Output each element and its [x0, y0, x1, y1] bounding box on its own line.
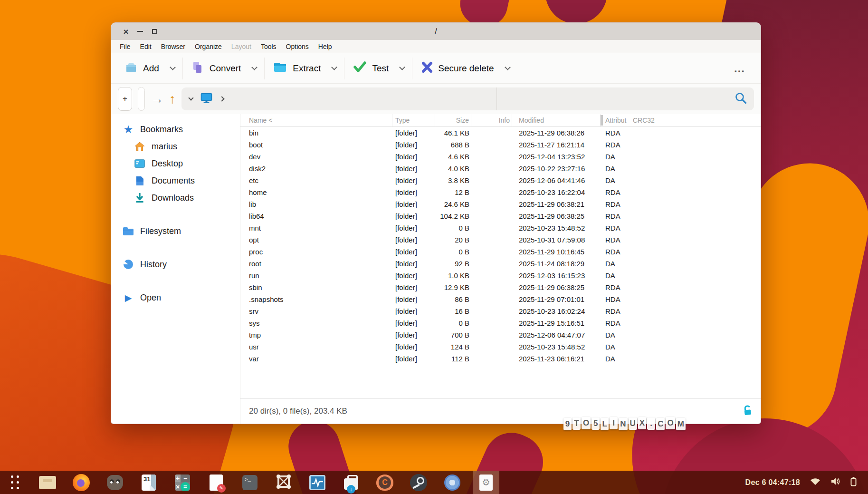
- secure-delete-button[interactable]: Secure delete: [417, 61, 497, 76]
- menu-tools[interactable]: Tools: [256, 43, 281, 50]
- breadcrumb[interactable]: [181, 87, 496, 110]
- table-row[interactable]: boot [folder] 688 B 2025-11-27 16:21:14 …: [240, 139, 761, 151]
- table-row[interactable]: bin [folder] 46.1 KB 2025-11-29 06:38:26…: [240, 127, 761, 139]
- taskbar-system-monitor[interactable]: [304, 471, 331, 494]
- add-dropdown-icon[interactable]: [170, 64, 176, 70]
- taskbar-frame-tool[interactable]: [270, 471, 297, 494]
- column-crc32[interactable]: CRC32: [630, 114, 761, 126]
- address-bar[interactable]: [181, 87, 754, 110]
- sidebar-item-filesystem[interactable]: Filesystem: [111, 223, 240, 240]
- test-dropdown-icon[interactable]: [399, 64, 405, 70]
- table-row[interactable]: sys [folder] 0 B 2025-11-29 15:16:51 RDA: [240, 317, 761, 329]
- table-row[interactable]: run [folder] 1.0 KB 2025-12-03 16:15:23 …: [240, 270, 761, 281]
- extract-button[interactable]: Extract: [269, 61, 324, 76]
- sidebar-item-home[interactable]: marius: [111, 138, 240, 155]
- table-row[interactable]: home [folder] 12 B 2025-10-23 16:22:04 R…: [240, 186, 761, 198]
- menu-file[interactable]: File: [115, 43, 135, 50]
- column-size[interactable]: Size: [435, 114, 471, 126]
- clock[interactable]: Dec 6 04:47:18: [745, 478, 800, 487]
- unlock-icon[interactable]: [743, 405, 753, 418]
- sidebar-item-open[interactable]: ▶ Open: [111, 289, 240, 306]
- column-modified[interactable]: Modified: [512, 114, 601, 126]
- extract-dropdown-icon[interactable]: [332, 64, 338, 70]
- sidebar-item-documents[interactable]: Documents: [111, 172, 240, 189]
- menu-browser[interactable]: Browser: [156, 43, 190, 50]
- search-icon[interactable]: [734, 92, 747, 107]
- cell-size: 688 B: [435, 141, 471, 149]
- table-row[interactable]: tmp [folder] 700 B 2025-12-06 04:47:07 D…: [240, 329, 761, 341]
- column-attributes[interactable]: Attribut: [601, 114, 630, 126]
- column-type[interactable]: Type: [392, 114, 435, 126]
- table-row[interactable]: opt [folder] 20 B 2025-10-31 07:59:08 RD…: [240, 234, 761, 246]
- table-row[interactable]: sbin [folder] 12.9 KB 2025-11-29 06:38:2…: [240, 281, 761, 293]
- secure-delete-dropdown-icon[interactable]: [505, 64, 511, 70]
- text-editor-icon: [210, 475, 223, 491]
- taskbar-file-manager[interactable]: [34, 471, 61, 494]
- terminal-icon: >_: [242, 475, 258, 490]
- computer-icon: [200, 93, 212, 106]
- table-row[interactable]: lib [folder] 24.6 KB 2025-11-29 06:38:21…: [240, 198, 761, 210]
- taskbar-steam[interactable]: [405, 471, 432, 494]
- add-button[interactable]: Add: [121, 61, 163, 76]
- column-grip[interactable]: [601, 115, 603, 126]
- app-menu-button[interactable]: [5, 471, 25, 494]
- table-row[interactable]: .snapshots [folder] 86 B 2025-11-29 07:0…: [240, 293, 761, 305]
- test-button[interactable]: Test: [349, 61, 392, 76]
- new-tab-button[interactable]: +: [118, 87, 132, 111]
- toolbar: Add Convert Extract Test: [111, 53, 761, 84]
- table-row[interactable]: usr [folder] 124 B 2025-10-23 15:48:52 D…: [240, 341, 761, 353]
- wifi-icon[interactable]: [810, 477, 821, 487]
- menu-options[interactable]: Options: [281, 43, 314, 50]
- chevron-down-icon[interactable]: [188, 95, 193, 100]
- menu-organize[interactable]: Organize: [190, 43, 227, 50]
- menu-help[interactable]: Help: [314, 43, 337, 50]
- table-row[interactable]: etc [folder] 3.8 KB 2025-12-06 04:41:46 …: [240, 174, 761, 186]
- cell-type: [folder]: [392, 307, 435, 315]
- table-row[interactable]: proc [folder] 0 B 2025-11-29 10:16:45 RD…: [240, 246, 761, 258]
- battery-icon[interactable]: [850, 476, 857, 488]
- titlebar[interactable]: × /: [111, 23, 761, 40]
- image-viewer-icon: C: [376, 475, 393, 491]
- convert-button[interactable]: Convert: [188, 61, 245, 76]
- toolbar-overflow-button[interactable]: …: [734, 66, 745, 71]
- taskbar-chromium[interactable]: [439, 471, 466, 494]
- forward-arrow-icon[interactable]: →: [151, 93, 163, 106]
- taskbar-software-store[interactable]: [338, 471, 364, 494]
- taskbar-calculator[interactable]: + − × =: [169, 471, 196, 494]
- menu-layout[interactable]: Layout: [227, 43, 256, 50]
- table-row[interactable]: var [folder] 112 B 2025-11-23 06:16:21 D…: [240, 353, 761, 365]
- cell-name: sys: [240, 319, 392, 327]
- table-row[interactable]: lib64 [folder] 104.2 KB 2025-11-29 06:38…: [240, 210, 761, 222]
- table-row[interactable]: root [folder] 92 B 2025-11-24 08:18:29 D…: [240, 258, 761, 270]
- cell-type: [folder]: [392, 176, 435, 184]
- taskbar-firefox[interactable]: [68, 471, 95, 494]
- sidebar-item-desktop[interactable]: Desktop: [111, 155, 240, 172]
- tab-stub-button[interactable]: [138, 87, 145, 111]
- taskbar-text-editor[interactable]: [203, 471, 229, 494]
- cell-size: 24.6 KB: [435, 200, 471, 208]
- table-row[interactable]: disk2 [folder] 4.0 KB 2025-10-22 23:27:1…: [240, 163, 761, 174]
- column-info[interactable]: Info: [471, 114, 512, 126]
- cell-attributes: RDA: [601, 212, 630, 220]
- sidebar-item-bookmarks[interactable]: ★ Bookmarks: [111, 121, 240, 138]
- sidebar-item-downloads[interactable]: Downloads: [111, 189, 240, 206]
- table-row[interactable]: mnt [folder] 0 B 2025-10-23 15:48:52 RDA: [240, 222, 761, 234]
- volume-icon[interactable]: [830, 477, 841, 487]
- table-row[interactable]: srv [folder] 16 B 2025-10-23 16:02:24 RD…: [240, 305, 761, 317]
- cell-name: boot: [240, 141, 392, 149]
- taskbar-terminal[interactable]: >_: [237, 471, 263, 494]
- up-arrow-icon[interactable]: ↑: [169, 93, 176, 106]
- steam-icon: [410, 474, 427, 491]
- taskbar-calendar[interactable]: 31: [135, 471, 162, 494]
- search-field[interactable]: [496, 87, 754, 110]
- sidebar-item-history[interactable]: History: [111, 256, 240, 273]
- table-row[interactable]: dev [folder] 4.6 KB 2025-12-04 13:23:52 …: [240, 151, 761, 163]
- menu-edit[interactable]: Edit: [135, 43, 156, 50]
- convert-dropdown-icon[interactable]: [251, 64, 258, 70]
- cell-size: 1.0 KB: [435, 271, 471, 280]
- taskbar-settings-active[interactable]: ⚙: [473, 471, 499, 494]
- taskbar-image-viewer[interactable]: C: [372, 471, 398, 494]
- column-name[interactable]: Name <: [240, 114, 392, 126]
- taskbar-gimp[interactable]: [102, 471, 128, 494]
- cell-type: [folder]: [392, 295, 435, 303]
